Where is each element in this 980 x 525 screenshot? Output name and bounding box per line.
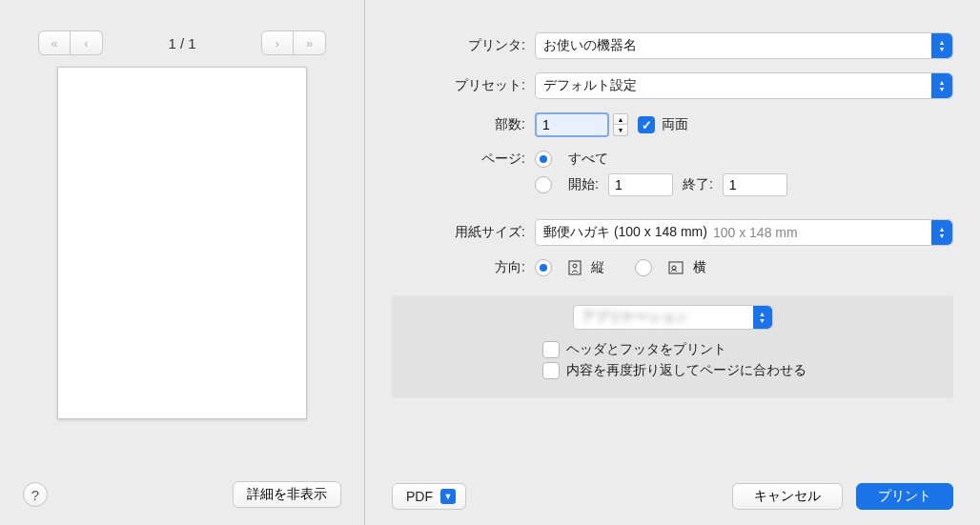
orientation-landscape-radio[interactable] bbox=[635, 259, 652, 276]
landscape-icon bbox=[668, 261, 684, 274]
prev-page-button[interactable]: ‹ bbox=[71, 30, 103, 55]
page-to-input[interactable] bbox=[723, 173, 787, 196]
preset-label: プリセット: bbox=[392, 77, 535, 94]
app-options-value: アプリケーション bbox=[582, 309, 688, 326]
chevron-down-icon: ▼ bbox=[440, 489, 456, 504]
copies-input[interactable] bbox=[535, 112, 609, 137]
last-page-button[interactable]: » bbox=[294, 30, 326, 55]
page-from-input[interactable] bbox=[608, 173, 673, 196]
preset-value: デフォルト設定 bbox=[543, 77, 637, 94]
print-preview-page bbox=[57, 67, 307, 419]
chevron-updown-icon: ▲▼ bbox=[931, 220, 952, 245]
copies-label: 部数: bbox=[392, 116, 535, 133]
printer-label: プリンタ: bbox=[392, 37, 535, 54]
paper-size-dim: 100 x 148 mm bbox=[713, 225, 798, 240]
chevron-updown-icon: ▲▼ bbox=[753, 306, 772, 329]
chevron-updown-icon: ▲▼ bbox=[931, 33, 952, 58]
app-options-select[interactable]: アプリケーション ▲▼ bbox=[573, 305, 773, 330]
paper-size-select[interactable]: 郵便ハガキ (100 x 148 mm) 100 x 148 mm ▲▼ bbox=[535, 219, 953, 246]
portrait-label: 縦 bbox=[591, 259, 604, 276]
pages-range-radio[interactable] bbox=[535, 176, 552, 193]
landscape-label: 横 bbox=[693, 259, 706, 276]
rewrap-checkbox[interactable] bbox=[542, 362, 560, 379]
printer-select[interactable]: お使いの機器名 ▲▼ bbox=[535, 32, 953, 59]
paper-size-value: 郵便ハガキ (100 x 148 mm) bbox=[543, 224, 707, 241]
pages-to-label: 終了: bbox=[683, 176, 713, 193]
next-page-button[interactable]: › bbox=[261, 30, 294, 55]
orientation-label: 方向: bbox=[392, 259, 535, 276]
copies-increment-button[interactable]: ▲ bbox=[613, 113, 628, 125]
paper-size-label: 用紙サイズ: bbox=[392, 224, 535, 241]
pdf-label: PDF bbox=[406, 489, 433, 504]
printer-value: お使いの機器名 bbox=[543, 37, 637, 54]
first-page-button[interactable]: « bbox=[38, 30, 71, 55]
duplex-label: 両面 bbox=[662, 116, 688, 133]
headers-footers-label: ヘッダとフッタをプリント bbox=[566, 341, 726, 358]
page-count: 1 / 1 bbox=[168, 35, 195, 51]
pages-from-label: 開始: bbox=[568, 176, 599, 193]
print-button[interactable]: プリント bbox=[856, 483, 953, 510]
preset-select[interactable]: デフォルト設定 ▲▼ bbox=[535, 72, 953, 99]
orientation-portrait-radio[interactable] bbox=[535, 259, 552, 276]
rewrap-label: 内容を再度折り返してページに合わせる bbox=[566, 362, 806, 379]
pages-label: ページ: bbox=[392, 151, 535, 168]
pages-all-radio[interactable] bbox=[535, 151, 552, 168]
chevron-updown-icon: ▲▼ bbox=[931, 73, 952, 98]
svg-point-3 bbox=[672, 266, 676, 270]
pdf-dropdown-button[interactable]: PDF ▼ bbox=[392, 483, 466, 510]
duplex-checkbox[interactable] bbox=[638, 116, 655, 133]
pages-all-label: すべて bbox=[568, 151, 608, 168]
copies-decrement-button[interactable]: ▼ bbox=[613, 125, 628, 136]
help-button[interactable]: ? bbox=[23, 482, 48, 507]
portrait-icon bbox=[568, 260, 582, 275]
headers-footers-checkbox[interactable] bbox=[542, 341, 560, 358]
svg-point-1 bbox=[573, 264, 577, 268]
cancel-button[interactable]: キャンセル bbox=[732, 483, 843, 510]
hide-details-button[interactable]: 詳細を非表示 bbox=[233, 481, 341, 508]
